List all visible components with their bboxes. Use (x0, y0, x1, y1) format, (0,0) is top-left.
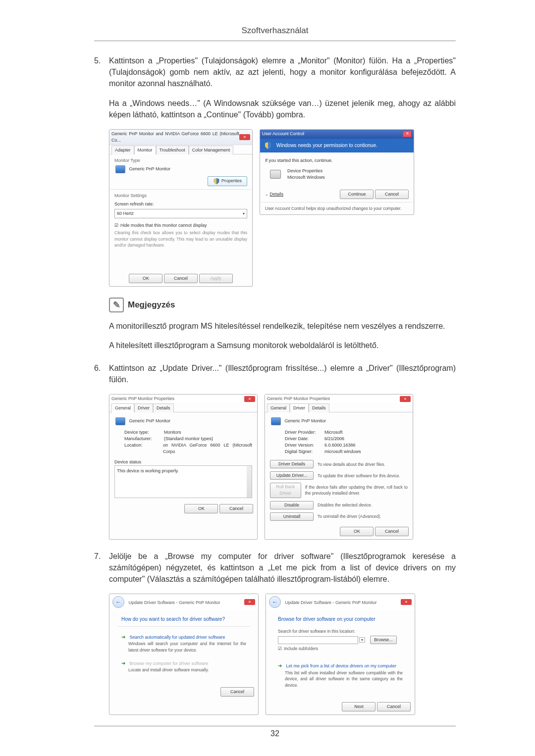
uninstall-desc: To uninstall the driver (Advanced). (318, 513, 381, 519)
refresh-rate-label: Screen refresh rate: (114, 201, 247, 207)
fig2-titlebar: User Account Control ✕ (260, 130, 414, 139)
location-input[interactable] (278, 636, 358, 644)
driver-version-value: 6.0.6000.16386 (324, 442, 356, 449)
chevron-down-icon[interactable]: ▾ (359, 637, 365, 643)
hide-modes-checkbox[interactable]: Hide modes that this monitor cannot disp… (114, 222, 247, 229)
cancel-button[interactable]: Cancel (164, 274, 198, 283)
fig-general-tab: Generic PnP Monitor Properties ✕ General… (109, 394, 258, 540)
fig3-title: Generic PnP Monitor Properties (111, 396, 174, 402)
tab-troubleshoot[interactable]: Troubleshoot (156, 146, 189, 154)
device-type-value: Monitors (164, 429, 181, 436)
tab-color-management[interactable]: Color Management (189, 146, 234, 154)
tab-driver[interactable]: Driver (134, 403, 153, 412)
driver-details-button[interactable]: Driver Details (270, 460, 314, 468)
search-location-label: Search for driver software in this locat… (278, 628, 403, 634)
option-browse-computer[interactable]: ➔ Browse my computer for driver software… (121, 660, 246, 673)
fig5-breadcrumb: Update Driver Software - Generic PnP Mon… (129, 600, 220, 605)
cancel-button[interactable]: Cancel (219, 504, 253, 513)
close-icon[interactable]: ✕ (239, 134, 250, 140)
bottom-rule (94, 726, 456, 726)
option-pick-desc: This list will show installed driver sof… (285, 670, 403, 688)
close-icon[interactable]: ✕ (244, 599, 255, 605)
tab-general[interactable]: General (111, 403, 134, 412)
location-key: Location: (124, 442, 163, 455)
close-icon[interactable]: ✕ (244, 396, 255, 402)
properties-button-label: Properties (221, 179, 242, 184)
device-name: Generic PnP Monitor (129, 419, 170, 424)
next-button[interactable]: Next (342, 702, 375, 711)
top-rule (94, 41, 456, 41)
continue-button[interactable]: Continue (340, 190, 374, 199)
step-5: 5. Kattintson a „Properties" (Tulajdonsá… (94, 55, 456, 120)
refresh-rate-value: 60 Hertz (117, 210, 134, 217)
chevron-down-icon: ▾ (243, 211, 245, 217)
tab-driver[interactable]: Driver (290, 403, 309, 412)
properties-button[interactable]: Properties (208, 176, 247, 186)
note-paragraph-2: A hitelesített illesztőprogram a Samsung… (109, 340, 456, 351)
tab-adapter[interactable]: Adapter (111, 146, 134, 154)
fig-driver-tab: Generic PnP Monitor Properties ✕ General… (265, 394, 413, 540)
fig3-titlebar: Generic PnP Monitor Properties ✕ (109, 395, 257, 403)
cancel-button[interactable]: Cancel (375, 527, 409, 536)
fig2-title: User Account Control (262, 131, 304, 137)
digital-signer-value: microsoft windows (324, 449, 361, 455)
option-search-auto-title: Search automatically for updated driver … (130, 635, 225, 640)
monitor-type-label: Monitor Type (114, 157, 247, 164)
wizard-heading: How do you want to search for driver sof… (121, 616, 246, 623)
step-6-paragraph: Kattintson az „Update Driver..." (Illesz… (109, 362, 456, 385)
update-driver-desc: To update the driver software for this d… (318, 473, 400, 479)
ok-button[interactable]: OK (184, 504, 218, 513)
step-6-number: 6. (94, 362, 109, 385)
update-driver-button[interactable]: Update Driver... (270, 471, 314, 480)
include-subfolders-checkbox[interactable]: Include subfolders (278, 646, 403, 652)
driver-date-value: 6/21/2006 (324, 436, 344, 442)
uninstall-button[interactable]: Uninstall (270, 512, 314, 521)
microsoft-windows-label: Microsoft Windows (287, 174, 325, 181)
driver-version-key: Driver Version: (285, 442, 324, 449)
option-search-auto-desc: Windows will search your computer and th… (128, 641, 246, 653)
manufacturer-key: Manufacturer: (124, 436, 164, 442)
step-7: 7. Jelölje be a „Browse my computer for … (94, 551, 456, 585)
tab-general[interactable]: General (267, 403, 290, 412)
tab-details[interactable]: Details (309, 403, 329, 412)
disable-desc: Disables the selected device. (318, 502, 372, 508)
back-arrow-icon[interactable]: ← (269, 596, 281, 608)
uac-message-bar: Windows needs your permission to contion… (260, 139, 414, 152)
ok-button[interactable]: OK (340, 527, 374, 536)
tab-details[interactable]: Details (153, 403, 174, 412)
browse-button[interactable]: Browse... (370, 636, 397, 644)
driver-date-key: Driver Date: (285, 436, 324, 442)
ok-button[interactable]: OK (129, 274, 162, 283)
page-number: 32 (94, 729, 456, 738)
step-5-paragraph-1: Kattintson a „Properties" (Tulajdonságok… (109, 55, 456, 90)
disable-button[interactable]: Disable (270, 501, 314, 509)
chevron-down-icon[interactable]: ⌄ (265, 192, 268, 197)
monitor-icon (271, 417, 281, 425)
device-status-label: Device status (114, 459, 252, 465)
cancel-button[interactable]: Cancel (220, 687, 254, 697)
device-name: Generic PnP Monitor (285, 419, 326, 424)
cancel-button[interactable]: Cancel (377, 702, 411, 711)
monitor-settings-label: Monitor Settings (114, 193, 247, 199)
location-value: on NVIDIA GeForce 6600 LE (Microsoft Cor… (163, 442, 252, 455)
arrow-icon: ➔ (121, 634, 125, 640)
close-icon[interactable]: ✕ (403, 131, 412, 137)
device-type-key: Device type: (124, 429, 164, 436)
apply-button[interactable]: Apply (199, 274, 233, 283)
rollback-driver-button[interactable]: Roll Back Driver (270, 483, 301, 498)
step-7-number: 7. (94, 551, 109, 585)
cancel-button[interactable]: Cancel (375, 190, 409, 199)
back-arrow-icon[interactable]: ← (112, 596, 124, 608)
option-pick-from-list[interactable]: ➔ Let me pick from a list of device driv… (278, 662, 403, 688)
option-browse-title: Browse my computer for driver software (130, 661, 209, 666)
details-link[interactable]: Details (270, 192, 284, 197)
fig6-breadcrumb: Update Driver Software - Generic PnP Mon… (285, 600, 377, 605)
tab-monitor[interactable]: Monitor (134, 146, 156, 154)
refresh-rate-select[interactable]: 60 Hertz ▾ (114, 209, 247, 218)
close-icon[interactable]: ✕ (400, 396, 411, 402)
close-icon[interactable]: ✕ (401, 599, 412, 605)
driver-provider-value: Microsoft (324, 429, 343, 436)
fig1-titlebar: Generic PnP Monitor and NVIDIA GeForce 6… (109, 130, 252, 145)
fig-wizard-search: ← Update Driver Software - Generic PnP M… (109, 594, 259, 715)
option-search-auto[interactable]: ➔ Search automatically for updated drive… (121, 634, 246, 653)
